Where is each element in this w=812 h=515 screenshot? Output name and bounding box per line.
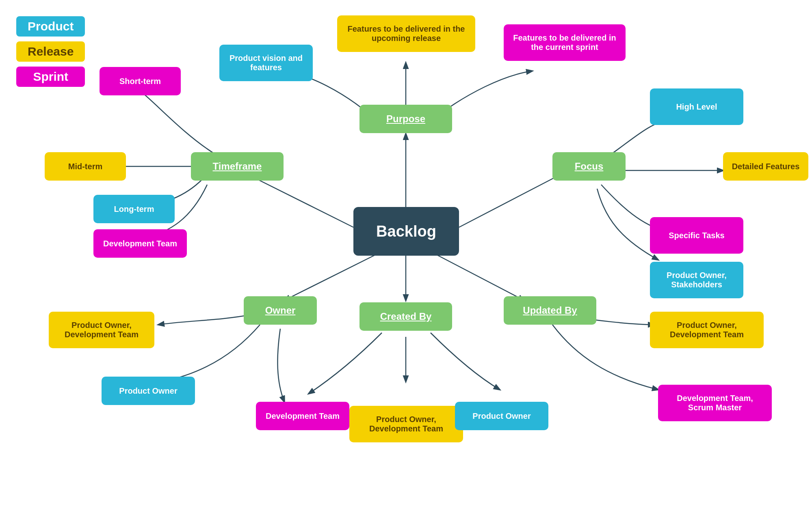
node-dev-team-left: Development Team bbox=[93, 229, 187, 258]
svg-line-3 bbox=[284, 252, 382, 300]
node-updated-by: Updated By bbox=[504, 296, 596, 325]
legend: Product Release Sprint bbox=[16, 16, 85, 87]
node-short-term: Short-term bbox=[100, 67, 181, 95]
legend-sprint: Sprint bbox=[16, 67, 85, 87]
node-mid-term: Mid-term bbox=[45, 152, 126, 181]
node-dev-team-scrum-master: Development Team, Scrum Master bbox=[658, 385, 772, 421]
node-purpose: Purpose bbox=[359, 105, 452, 133]
legend-product: Product bbox=[16, 16, 85, 37]
node-created-by: Created By bbox=[359, 302, 452, 331]
svg-line-1 bbox=[248, 175, 353, 227]
node-detailed-features: Detailed Features bbox=[723, 152, 808, 181]
svg-line-2 bbox=[459, 175, 561, 227]
svg-line-5 bbox=[431, 252, 524, 300]
node-product-owner-dev-team-left: Product Owner, Development Team bbox=[49, 312, 154, 348]
node-product-owner-stakeholders: Product Owner, Stakeholders bbox=[650, 262, 743, 298]
node-product-owner-dev-team-right: Product Owner, Development Team bbox=[650, 312, 764, 348]
node-features-upcoming: Features to be delivered in the upcoming… bbox=[337, 15, 475, 52]
node-high-level: High Level bbox=[650, 88, 743, 125]
node-dev-team-bottom: Development Team bbox=[256, 402, 349, 430]
node-focus: Focus bbox=[552, 152, 626, 181]
node-owner: Owner bbox=[244, 296, 317, 325]
node-product-owner-right: Product Owner bbox=[455, 402, 548, 430]
node-features-sprint: Features to be delivered in the current … bbox=[504, 24, 626, 61]
node-backlog: Backlog bbox=[353, 207, 459, 256]
node-product-owner-left: Product Owner bbox=[102, 377, 195, 405]
node-specific-tasks: Specific Tasks bbox=[650, 217, 743, 254]
diagram-container: Product Release Sprint bbox=[0, 0, 812, 515]
node-timeframe: Timeframe bbox=[191, 152, 284, 181]
node-product-owner-dev-team-bottom: Product Owner, Development Team bbox=[349, 406, 463, 442]
node-product-vision: Product vision and features bbox=[219, 45, 313, 81]
node-long-term: Long-term bbox=[93, 195, 175, 223]
legend-release: Release bbox=[16, 41, 85, 62]
